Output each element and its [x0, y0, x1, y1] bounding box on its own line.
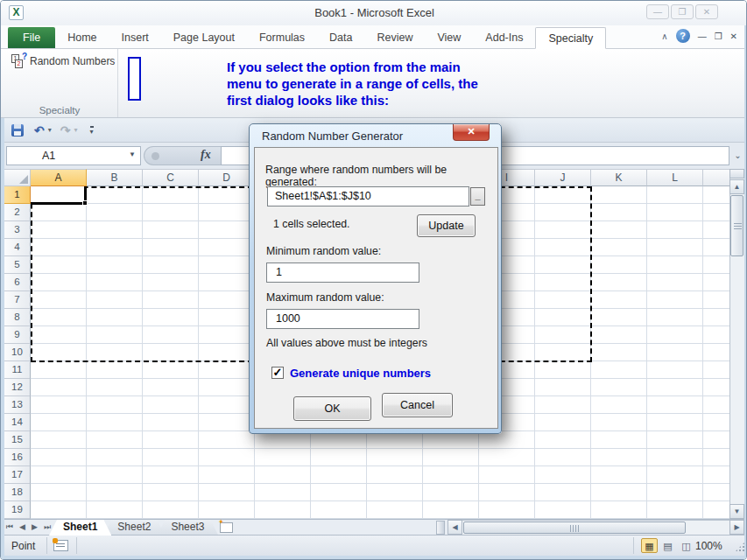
normal-view-icon[interactable]: ▦: [641, 538, 658, 553]
select-all-button[interactable]: [4, 169, 31, 186]
help-icon[interactable]: ?: [676, 29, 690, 43]
window-minimize-icon[interactable]: —: [646, 4, 669, 19]
row-header[interactable]: 14: [4, 414, 31, 431]
column-header[interactable]: D: [199, 169, 255, 186]
row-header[interactable]: 13: [4, 396, 31, 414]
prev-sheet-icon[interactable]: ◀: [19, 522, 25, 532]
unique-numbers-checkbox[interactable]: ✓: [271, 367, 284, 379]
row-header[interactable]: 10: [4, 344, 31, 361]
window-frame: [1, 118, 4, 560]
scroll-left-icon[interactable]: ◀: [447, 520, 462, 535]
horizontal-split-handle[interactable]: [436, 521, 445, 535]
min-input[interactable]: 1: [266, 262, 419, 283]
fill-handle[interactable]: [82, 200, 88, 206]
ribbon-tab[interactable]: Insert: [109, 27, 161, 48]
next-sheet-icon[interactable]: ▶: [32, 522, 38, 532]
first-sheet-icon[interactable]: ⏮: [6, 522, 13, 532]
window-close-icon[interactable]: ✕: [695, 4, 718, 19]
horizontal-scroll-thumb[interactable]: [463, 522, 686, 534]
row-header[interactable]: 16: [4, 449, 31, 466]
status-mode: Point: [11, 540, 35, 552]
range-selector-button[interactable]: _: [470, 187, 485, 206]
save-icon[interactable]: [11, 124, 24, 136]
row-header[interactable]: 11: [4, 361, 31, 379]
cancel-button[interactable]: Cancel: [382, 393, 453, 417]
column-header[interactable]: K: [591, 169, 647, 186]
select-all-triangle-icon: [19, 175, 28, 184]
row-header[interactable]: 12: [4, 379, 31, 396]
column-header[interactable]: C: [143, 169, 199, 186]
scroll-down-icon[interactable]: ▼: [729, 504, 744, 519]
sheet-tab[interactable]: Sheet2: [103, 520, 165, 536]
random-numbers-icon: 1 2 ?: [11, 54, 25, 68]
column-header[interactable]: J: [535, 169, 591, 186]
ribbon-tab[interactable]: Review: [364, 27, 425, 48]
insert-function-icon[interactable]: fx: [201, 148, 211, 162]
redo-dropdown-icon: ▾: [74, 126, 77, 134]
ok-button[interactable]: OK: [293, 396, 371, 421]
row-header[interactable]: 9: [4, 326, 31, 344]
row-header[interactable]: 8: [4, 309, 31, 326]
row-header[interactable]: 15: [4, 431, 31, 449]
ribbon-tab[interactable]: View: [425, 27, 473, 48]
row-header[interactable]: 18: [4, 484, 31, 501]
row-header[interactable]: 4: [4, 239, 31, 256]
column-header[interactable]: B: [87, 169, 143, 186]
close-icon[interactable]: ✕: [730, 32, 737, 41]
page-layout-view-icon[interactable]: ▤: [659, 538, 676, 553]
window-restore-icon[interactable]: ❐: [671, 4, 694, 19]
ribbon-tab[interactable]: Page Layout: [161, 27, 247, 48]
ribbon-tab[interactable]: Add-Ins: [473, 27, 535, 48]
minimize-icon[interactable]: —: [698, 32, 707, 41]
macro-record-icon[interactable]: [53, 540, 68, 551]
zoom-level[interactable]: 100%: [695, 540, 722, 552]
sheet-tab-bar: ⏮ ◀ ▶ ⏭ Sheet1Sheet2Sheet3 ◀ ▶: [1, 519, 747, 535]
undo-icon[interactable]: ↶: [34, 123, 45, 137]
row-header[interactable]: 2: [4, 204, 31, 221]
row-header[interactable]: 19: [4, 501, 31, 519]
page-break-view-icon[interactable]: ◫: [678, 538, 694, 553]
ribbon-tab-row: FileHomeInsertPage LayoutFormulasDataRev…: [1, 25, 747, 49]
restore-icon[interactable]: ❐: [715, 32, 722, 41]
max-label: Maximum random value:: [266, 291, 384, 304]
ribbon-tab[interactable]: File: [8, 27, 55, 48]
vertical-scroll-thumb[interactable]: [730, 195, 743, 256]
update-button[interactable]: Update: [417, 214, 476, 237]
row-header[interactable]: 7: [4, 291, 31, 309]
vertical-split-handle[interactable]: [729, 169, 744, 178]
random-numbers-label: Random Numbers: [30, 55, 115, 67]
ribbon-collapse-icon[interactable]: ∧: [661, 32, 667, 41]
ribbon-tab[interactable]: Data: [317, 27, 364, 48]
undo-dropdown-icon[interactable]: ▾: [48, 126, 52, 134]
row-header[interactable]: 6: [4, 274, 31, 291]
ribbon-tab[interactable]: Home: [55, 27, 109, 48]
customize-qat-icon[interactable]: ▾: [90, 126, 94, 135]
ribbon-tab[interactable]: Formulas: [247, 27, 317, 48]
last-sheet-icon[interactable]: ⏭: [44, 522, 51, 532]
row-header[interactable]: 5: [4, 256, 31, 274]
ribbon-tab[interactable]: Specialty: [535, 27, 606, 49]
sheet-tab[interactable]: Sheet1: [49, 520, 111, 536]
ribbon-group-specialty: 1 2 ? Random Numbers Specialty: [1, 49, 118, 117]
scroll-up-icon[interactable]: ▲: [729, 179, 744, 194]
name-box-dropdown-icon[interactable]: ▼: [129, 150, 136, 158]
name-box[interactable]: A1: [6, 146, 141, 165]
expand-formula-bar-icon[interactable]: ⌄: [731, 146, 744, 165]
sheet-tab[interactable]: Sheet3: [157, 520, 218, 536]
active-cell-a1[interactable]: [31, 186, 87, 205]
column-header[interactable]: L: [647, 169, 703, 186]
random-numbers-button[interactable]: 1 2 ? Random Numbers: [11, 54, 115, 68]
row-header[interactable]: 1: [4, 186, 31, 204]
range-input[interactable]: Sheet1!$A$1:$J$10: [267, 186, 469, 206]
scroll-right-icon[interactable]: ▶: [729, 520, 744, 535]
row-header[interactable]: 3: [4, 221, 31, 239]
row-header[interactable]: 17: [4, 466, 31, 484]
insert-worksheet-icon[interactable]: [220, 522, 233, 533]
unique-numbers-label: Generate unique numbers: [290, 367, 431, 380]
random-number-generator-dialog: Random Number Generator ✕ Range where ra…: [249, 123, 502, 434]
max-input[interactable]: 1000: [266, 309, 419, 329]
range-label: Range where random numbers will be gener…: [265, 164, 497, 188]
column-header[interactable]: A: [31, 169, 87, 186]
dialog-close-icon[interactable]: ✕: [453, 124, 490, 141]
thumb-grip-icon: [570, 525, 579, 532]
